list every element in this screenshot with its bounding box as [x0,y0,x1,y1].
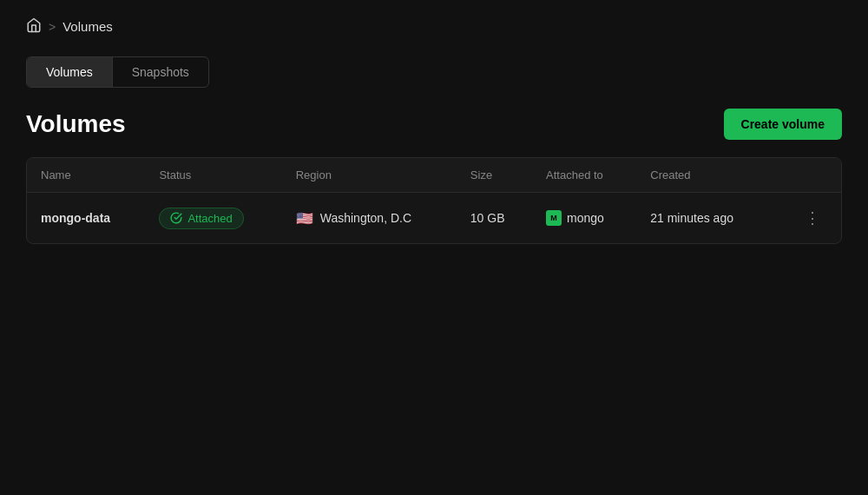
table-row: mongo-data Attached 🇺🇸 [27,193,841,244]
status-badge: Attached [159,208,243,229]
cell-attached-to: M mongo [532,193,636,244]
tabs-container: Volumes Snapshots [26,56,209,88]
cell-created: 21 minutes ago [636,193,771,244]
mongo-icon: M [546,210,562,226]
cell-status: Attached [145,193,281,244]
breadcrumb-separator: > [49,20,56,34]
col-header-status: Status [145,158,281,193]
col-header-region: Region [282,158,457,193]
cell-size: 10 GB [457,193,532,244]
attached-to-name: mongo [567,211,604,225]
col-header-name: Name [27,158,145,193]
create-volume-button[interactable]: Create volume [724,109,842,140]
breadcrumb-current: Volumes [62,19,113,34]
row-more-button[interactable]: ⋮ [798,207,827,229]
col-header-actions [772,158,841,193]
home-icon[interactable] [26,17,42,36]
tab-snapshots[interactable]: Snapshots [113,57,208,87]
breadcrumb: > Volumes [26,17,842,36]
col-header-size: Size [457,158,532,193]
table-header-row: Name Status Region Size Attached to Crea… [27,158,841,193]
col-header-attached-to: Attached to [532,158,636,193]
tab-volumes[interactable]: Volumes [27,57,113,87]
volumes-table-container: Name Status Region Size Attached to Crea… [26,157,842,244]
cell-name: mongo-data [27,193,145,244]
page-header: Volumes Create volume [26,109,842,140]
page-title: Volumes [26,110,126,138]
cell-actions: ⋮ [772,193,841,244]
status-label: Attached [187,212,232,225]
cell-region: 🇺🇸 Washington, D.C [282,193,457,244]
col-header-created: Created [636,158,771,193]
flag-icon: 🇺🇸 [296,210,313,227]
check-circle-icon [170,212,182,224]
volumes-table: Name Status Region Size Attached to Crea… [27,158,841,243]
region-name: Washington, D.C [320,211,411,225]
